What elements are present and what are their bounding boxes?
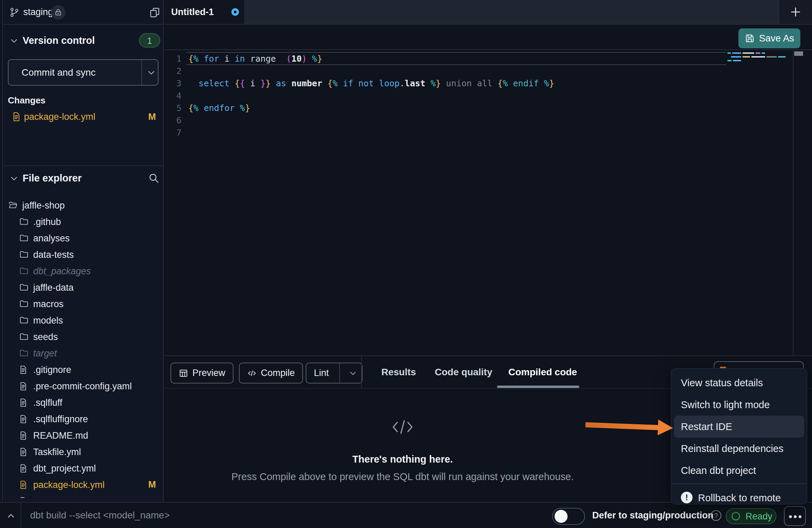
file-icon [20,480,27,489]
tree-item-label: package-lock.yml [33,477,105,493]
help-icon[interactable]: ? [711,510,721,521]
tree-item-file[interactable]: .gitignore [3,362,164,378]
preview-button[interactable]: Preview [170,363,233,384]
tab-results[interactable]: Results [381,356,416,388]
search-icon [148,172,160,184]
plus-icon [789,5,802,18]
tree-item-folder[interactable]: seeds [3,329,164,345]
menu-item-rollback-to-remote[interactable]: !Rollback to remote [671,487,807,509]
tree-item-label: data-tests [33,247,74,263]
tree-item-label: macros [33,296,64,312]
menu-item-switch-to-light-mode[interactable]: Switch to light mode [671,394,807,416]
tree-item-label: Taskfile.yml [33,444,81,460]
compile-button[interactable]: Compile [239,363,303,384]
commit-and-sync-button[interactable]: Commit and sync [8,59,158,86]
arrow-head [658,419,673,436]
ready-label: Ready [746,509,772,524]
sidebar-divider [3,165,164,166]
ide-status-menu: View status details Switch to light mode… [671,368,807,504]
code-line: {% endfor %} [188,102,250,114]
tree-item-label: target [33,345,57,362]
toggle-knob [555,510,568,523]
tab-code-quality[interactable]: Code quality [435,356,492,388]
chevron-down-icon[interactable] [349,369,357,377]
line-number: 5 [164,102,181,114]
file-icon [20,448,27,456]
button-divider [141,60,142,85]
table-icon [179,368,188,378]
tree-item-file[interactable]: .sqlfluff [3,394,164,411]
tree-item-file[interactable]: dbt_project.yml [3,460,164,477]
chevron-down-icon [10,36,18,45]
modified-badge: M [148,109,156,125]
save-as-button[interactable]: Save As [738,28,800,48]
tree-item-folder[interactable]: jaffle-shop [3,197,164,214]
toolbar-divider [361,356,362,388]
defer-toggle[interactable] [552,508,585,525]
tree-item-folder[interactable]: dbt_packages [3,263,164,279]
lint-button[interactable]: Lint [306,363,363,384]
overflow-menu-button[interactable] [784,506,806,526]
sidebar: staging Version control 1 Commit and syn… [3,0,164,502]
code-icon [247,368,257,378]
line-number: 3 [164,77,181,90]
command-input[interactable]: dbt build --select <model_name> [30,503,170,528]
dbt-cloud-ide: staging Version control 1 Commit and syn… [0,0,812,528]
tree-item-label: dbt_packages [33,263,91,279]
tree-item-folder[interactable]: models [3,312,164,329]
empty-state-title: There's nothing here. [164,454,641,465]
lock-icon [54,8,62,16]
preview-label: Preview [192,368,225,378]
tree-item-label: jaffle-shop [22,197,65,214]
chevron-down-icon[interactable] [147,68,156,77]
ready-status-pill[interactable]: Ready [726,508,776,524]
code-line: select {{ i }} as number {% if not loop.… [188,77,554,90]
folder-icon [20,332,28,341]
editor-tab-strip: Untitled-1 [164,0,812,25]
file-search-button[interactable] [148,172,160,185]
code-slash-icon [391,417,414,437]
tree-item-label: .sqlfluff [33,394,62,411]
button-divider [339,363,340,383]
tree-item-label: dbt_project.yml [33,460,96,477]
expand-command-bar-button[interactable] [0,503,21,528]
tree-item-file[interactable]: .sqlfluffignore [3,411,164,427]
changed-file-row[interactable]: package-lock.yml M [3,109,164,125]
tree-item-folder[interactable]: macros [3,296,164,312]
window-left-edge [0,0,3,502]
tree-item-file[interactable]: .pre-commit-config.yaml [3,378,164,394]
version-control-header[interactable]: Version control 1 [3,33,163,48]
tree-item-label: jaffle-data [33,279,74,296]
editor-scrollbar[interactable] [793,51,802,355]
tree-item-folder[interactable]: analyses [3,230,164,247]
save-icon [745,33,755,43]
tree-item-folder[interactable]: jaffle-data [3,279,164,296]
folder-open-icon [9,201,17,209]
lint-label: Lint [314,368,329,378]
menu-item-reinstall-dependencies[interactable]: Reinstall dependencies [671,438,807,460]
tree-item-file[interactable]: README.md [3,427,164,444]
tree-item-label: README.md [33,427,88,444]
menu-item-view-status-details[interactable]: View status details [671,372,807,394]
tab-untitled-1[interactable]: Untitled-1 [164,0,245,24]
unsaved-changes-dot[interactable] [231,8,239,16]
menu-item-restart-ide[interactable]: Restart IDE [674,416,804,438]
branch-bar: staging [3,0,163,25]
tree-item-folder[interactable]: data-tests [3,247,164,263]
tree-item-folder[interactable]: target [3,345,164,362]
menu-item-clean-dbt-project[interactable]: Clean dbt project [671,460,807,481]
arrow-shaft [585,422,659,430]
empty-state: There's nothing here. Press Compile abov… [164,389,641,482]
scrollbar-thumb[interactable] [794,51,803,56]
tree-item-folder[interactable]: .github [3,214,164,230]
copy-branch-button[interactable] [147,5,162,20]
tree-item-file-modified[interactable]: package-lock.yml M [3,477,164,493]
tree-item-file[interactable]: Taskfile.yml [3,444,164,460]
file-icon [20,497,27,498]
new-tab-button[interactable] [779,0,812,24]
code-editor[interactable]: 1 2 3 4 5 6 7 {% for i in range (10) %} … [164,51,802,355]
tab-compiled-code[interactable]: Compiled code [508,356,577,388]
branch-readonly-badge [51,5,65,20]
file-explorer-header[interactable]: File explorer [3,170,163,186]
changes-count-badge: 1 [139,33,160,48]
